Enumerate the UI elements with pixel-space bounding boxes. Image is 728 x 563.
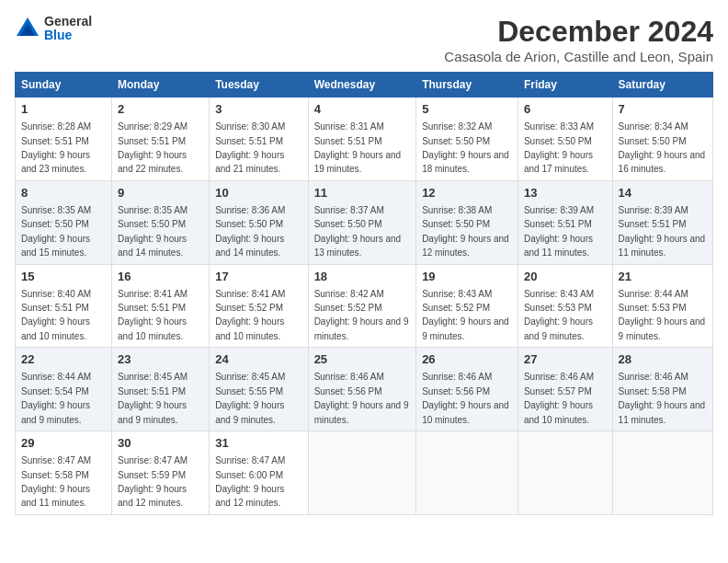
calendar-cell: 13Sunrise: 8:39 AMSunset: 5:51 PMDayligh…	[518, 180, 612, 264]
calendar-cell: 3Sunrise: 8:30 AMSunset: 5:51 PMDaylight…	[210, 98, 308, 181]
logo: General Blue	[15, 15, 92, 43]
logo-line2: Blue	[44, 29, 92, 42]
day-info: Sunrise: 8:44 AMSunset: 5:54 PMDaylight:…	[21, 372, 91, 424]
calendar-cell: 6Sunrise: 8:33 AMSunset: 5:50 PMDaylight…	[518, 98, 612, 181]
day-info: Sunrise: 8:42 AMSunset: 5:52 PMDaylight:…	[314, 289, 409, 341]
calendar-week-4: 22Sunrise: 8:44 AMSunset: 5:54 PMDayligh…	[16, 348, 713, 431]
calendar-cell: 9Sunrise: 8:35 AMSunset: 5:50 PMDaylight…	[112, 180, 210, 264]
calendar-header: SundayMondayTuesdayWednesdayThursdayFrid…	[16, 73, 713, 98]
day-number: 2	[118, 101, 203, 118]
calendar-cell: 22Sunrise: 8:44 AMSunset: 5:54 PMDayligh…	[16, 348, 112, 431]
day-number: 12	[422, 185, 512, 201]
logo-text: General Blue	[44, 15, 92, 43]
day-info: Sunrise: 8:46 AMSunset: 5:56 PMDaylight:…	[314, 372, 409, 424]
calendar-cell: 25Sunrise: 8:46 AMSunset: 5:56 PMDayligh…	[308, 348, 416, 431]
day-info: Sunrise: 8:39 AMSunset: 5:51 PMDaylight:…	[524, 205, 594, 258]
day-info: Sunrise: 8:46 AMSunset: 5:58 PMDaylight:…	[619, 372, 706, 424]
day-info: Sunrise: 8:40 AMSunset: 5:51 PMDaylight:…	[21, 289, 91, 341]
calendar-cell: 26Sunrise: 8:46 AMSunset: 5:56 PMDayligh…	[416, 348, 518, 431]
calendar-cell: 1Sunrise: 8:28 AMSunset: 5:51 PMDaylight…	[16, 98, 112, 181]
weekday-header-row: SundayMondayTuesdayWednesdayThursdayFrid…	[16, 73, 713, 98]
calendar-table: SundayMondayTuesdayWednesdayThursdayFrid…	[15, 72, 713, 515]
logo-icon	[15, 16, 40, 41]
calendar-cell: 16Sunrise: 8:41 AMSunset: 5:51 PMDayligh…	[112, 264, 210, 348]
day-info: Sunrise: 8:41 AMSunset: 5:52 PMDaylight:…	[215, 289, 285, 341]
day-info: Sunrise: 8:37 AMSunset: 5:50 PMDaylight:…	[314, 205, 402, 258]
calendar-cell: 18Sunrise: 8:42 AMSunset: 5:52 PMDayligh…	[308, 264, 416, 348]
logo-line1: General	[44, 15, 92, 29]
day-number: 23	[118, 351, 203, 368]
day-number: 6	[524, 101, 607, 118]
calendar-cell	[518, 431, 612, 515]
calendar-cell: 12Sunrise: 8:38 AMSunset: 5:50 PMDayligh…	[416, 180, 518, 264]
calendar-week-2: 8Sunrise: 8:35 AMSunset: 5:50 PMDaylight…	[16, 180, 713, 264]
calendar-cell: 4Sunrise: 8:31 AMSunset: 5:51 PMDaylight…	[308, 98, 416, 181]
day-number: 29	[21, 435, 106, 452]
day-info: Sunrise: 8:43 AMSunset: 5:53 PMDaylight:…	[524, 289, 594, 341]
calendar-cell: 30Sunrise: 8:47 AMSunset: 5:59 PMDayligh…	[112, 431, 210, 515]
page-header: General Blue December 2024 Casasola de A…	[15, 15, 713, 64]
day-info: Sunrise: 8:33 AMSunset: 5:50 PMDaylight:…	[524, 121, 594, 174]
calendar-cell: 14Sunrise: 8:39 AMSunset: 5:51 PMDayligh…	[612, 180, 712, 264]
calendar-cell: 28Sunrise: 8:46 AMSunset: 5:58 PMDayligh…	[612, 348, 712, 431]
day-info: Sunrise: 8:30 AMSunset: 5:51 PMDaylight:…	[215, 121, 285, 174]
weekday-header-saturday: Saturday	[612, 73, 712, 98]
weekday-header-wednesday: Wednesday	[308, 73, 416, 98]
day-info: Sunrise: 8:28 AMSunset: 5:51 PMDaylight:…	[21, 121, 91, 174]
calendar-cell: 19Sunrise: 8:43 AMSunset: 5:52 PMDayligh…	[416, 264, 518, 348]
weekday-header-tuesday: Tuesday	[210, 73, 308, 98]
day-info: Sunrise: 8:43 AMSunset: 5:52 PMDaylight:…	[422, 289, 509, 341]
day-number: 7	[619, 101, 707, 118]
calendar-cell	[416, 431, 518, 515]
day-number: 24	[215, 351, 301, 368]
calendar-cell: 24Sunrise: 8:45 AMSunset: 5:55 PMDayligh…	[210, 348, 308, 431]
calendar-cell	[612, 431, 712, 515]
weekday-header-friday: Friday	[518, 73, 612, 98]
day-number: 30	[118, 435, 203, 452]
day-info: Sunrise: 8:46 AMSunset: 5:57 PMDaylight:…	[524, 372, 594, 424]
calendar-cell: 10Sunrise: 8:36 AMSunset: 5:50 PMDayligh…	[210, 180, 308, 264]
calendar-cell: 31Sunrise: 8:47 AMSunset: 6:00 PMDayligh…	[210, 431, 308, 515]
day-number: 21	[619, 269, 707, 285]
day-number: 9	[118, 185, 203, 201]
calendar-cell: 8Sunrise: 8:35 AMSunset: 5:50 PMDaylight…	[16, 180, 112, 264]
day-info: Sunrise: 8:29 AMSunset: 5:51 PMDaylight:…	[118, 121, 188, 174]
day-number: 18	[314, 269, 411, 285]
calendar-body: 1Sunrise: 8:28 AMSunset: 5:51 PMDaylight…	[16, 98, 713, 515]
calendar-cell: 17Sunrise: 8:41 AMSunset: 5:52 PMDayligh…	[210, 264, 308, 348]
calendar-cell: 29Sunrise: 8:47 AMSunset: 5:58 PMDayligh…	[16, 431, 112, 515]
day-number: 27	[524, 351, 607, 368]
day-number: 10	[215, 185, 301, 201]
calendar-cell: 27Sunrise: 8:46 AMSunset: 5:57 PMDayligh…	[518, 348, 612, 431]
day-info: Sunrise: 8:44 AMSunset: 5:53 PMDaylight:…	[619, 289, 706, 341]
day-number: 13	[524, 185, 607, 201]
day-info: Sunrise: 8:39 AMSunset: 5:51 PMDaylight:…	[619, 205, 706, 258]
location-title: Casasola de Arion, Castille and Leon, Sp…	[444, 49, 713, 64]
day-number: 31	[215, 435, 301, 452]
calendar-week-1: 1Sunrise: 8:28 AMSunset: 5:51 PMDaylight…	[16, 98, 713, 181]
calendar-cell: 15Sunrise: 8:40 AMSunset: 5:51 PMDayligh…	[16, 264, 112, 348]
day-number: 15	[21, 269, 106, 285]
day-info: Sunrise: 8:47 AMSunset: 6:00 PMDaylight:…	[215, 455, 285, 508]
calendar-cell: 2Sunrise: 8:29 AMSunset: 5:51 PMDaylight…	[112, 98, 210, 181]
day-number: 5	[422, 101, 512, 118]
calendar-cell: 23Sunrise: 8:45 AMSunset: 5:51 PMDayligh…	[112, 348, 210, 431]
day-info: Sunrise: 8:47 AMSunset: 5:58 PMDaylight:…	[21, 455, 91, 508]
weekday-header-sunday: Sunday	[16, 73, 112, 98]
day-info: Sunrise: 8:31 AMSunset: 5:51 PMDaylight:…	[314, 121, 402, 174]
day-number: 11	[314, 185, 411, 201]
weekday-header-monday: Monday	[112, 73, 210, 98]
day-number: 28	[619, 351, 707, 368]
day-number: 25	[314, 351, 411, 368]
day-info: Sunrise: 8:41 AMSunset: 5:51 PMDaylight:…	[118, 289, 188, 341]
calendar-cell: 5Sunrise: 8:32 AMSunset: 5:50 PMDaylight…	[416, 98, 518, 181]
day-number: 19	[422, 269, 512, 285]
day-number: 16	[118, 269, 203, 285]
calendar-cell: 21Sunrise: 8:44 AMSunset: 5:53 PMDayligh…	[612, 264, 712, 348]
day-info: Sunrise: 8:45 AMSunset: 5:51 PMDaylight:…	[118, 372, 188, 424]
day-info: Sunrise: 8:35 AMSunset: 5:50 PMDaylight:…	[118, 205, 188, 258]
day-number: 4	[314, 101, 411, 118]
day-number: 14	[619, 185, 707, 201]
month-title: December 2024	[444, 15, 713, 49]
weekday-header-thursday: Thursday	[416, 73, 518, 98]
